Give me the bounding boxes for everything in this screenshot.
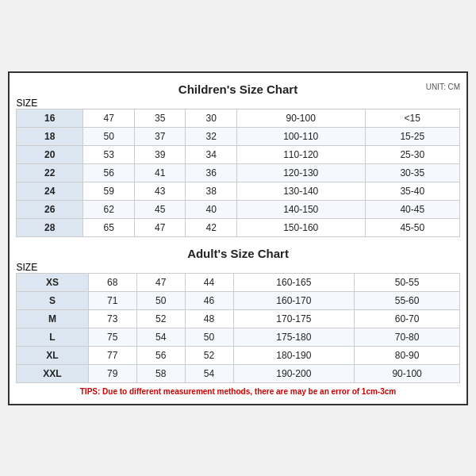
adult-size-cell: XXL [17,364,89,382]
children-data-cell: 110-120 [236,145,365,163]
adult-data-cell: 52 [136,309,185,328]
adult-size-cell: S [17,291,89,309]
adult-data-cell: 52 [185,346,233,364]
children-data-cell: 65 [83,218,134,236]
adult-section-title: Adult's Size Chart [16,244,460,262]
children-data-cell: 45 [134,200,185,218]
adult-data-cell: 55-60 [355,291,460,309]
adult-table-row: XXL795854190-20090-100 [17,364,460,382]
children-data-cell: 150-160 [236,218,365,236]
adult-data-cell: 54 [185,364,233,382]
children-data-cell: 37 [134,127,185,145]
adult-data-cell: 56 [136,346,185,364]
adult-data-cell: 160-165 [233,273,355,291]
adult-data-cell: 71 [88,291,136,309]
children-data-cell: 25-30 [365,145,459,163]
adult-data-cell: 73 [88,309,136,328]
adult-table-row: S715046160-17055-60 [17,291,460,309]
children-size-cell: 28 [17,218,83,236]
children-data-cell: 34 [186,145,236,163]
adult-data-cell: 50 [185,328,233,346]
adult-data-cell: 54 [136,328,185,346]
children-table-row: 24594338130-14035-40 [17,182,460,200]
adult-data-cell: 180-190 [233,346,355,364]
adult-table-row: XS684744160-16550-55 [17,273,460,291]
children-table-row: 22564136120-13030-35 [17,163,460,182]
adult-title-text: Adult's Size Chart [187,247,289,260]
adult-table-row: L755450175-18070-80 [17,328,460,346]
children-data-cell: 43 [134,182,185,200]
adult-data-cell: 50 [136,291,185,309]
children-data-cell: 53 [83,145,134,163]
adult-data-cell: 90-100 [355,364,460,382]
children-table-row: 18503732100-11015-25 [17,127,460,145]
children-data-cell: 30-35 [365,163,459,182]
children-data-cell: <15 [365,109,459,127]
adult-data-cell: 46 [185,291,233,309]
children-data-cell: 40-45 [365,200,459,218]
children-data-cell: 42 [186,218,236,236]
children-size-cell: 26 [17,200,83,218]
children-data-cell: 38 [186,182,236,200]
adult-size-cell: XS [17,273,89,291]
children-table-row: 1647353090-100<15 [17,109,460,127]
children-data-cell: 45-50 [365,218,459,236]
children-size-cell: 22 [17,163,83,182]
adult-size-cell: M [17,309,89,328]
children-data-cell: 59 [83,182,134,200]
adult-data-cell: 58 [136,364,185,382]
tips-text: TIPS: Due to different measurement metho… [16,383,460,397]
children-size-cell: 16 [17,109,83,127]
children-data-cell: 100-110 [236,127,365,145]
children-table-row: 26624540140-15040-45 [17,200,460,218]
children-data-cell: 15-25 [365,127,459,145]
adult-size-cell: XL [17,346,89,364]
children-data-cell: 35 [134,109,185,127]
adult-table-row: M735248170-17560-70 [17,309,460,328]
children-data-cell: 47 [134,218,185,236]
children-data-cell: 130-140 [236,182,365,200]
children-title-text: Children's Size Chart [178,83,298,96]
children-size-cell: 18 [17,127,83,145]
adult-data-cell: 68 [88,273,136,291]
adult-data-cell: 77 [88,346,136,364]
children-data-cell: 90-100 [236,109,365,127]
children-data-cell: 41 [134,163,185,182]
adult-data-cell: 175-180 [233,328,355,346]
chart-container: Children's Size Chart UNIT: CM SIZE 1647… [8,71,468,405]
adult-table-row: XL775652180-19080-90 [17,346,460,364]
children-data-cell: 62 [83,200,134,218]
children-data-cell: 35-40 [365,182,459,200]
children-size-table: SIZE 1647353090-100<1518503732100-11015-… [16,98,460,237]
children-table-row: 20533934110-12025-30 [17,145,460,163]
children-data-cell: 36 [186,163,236,182]
adult-data-cell: 190-200 [233,364,355,382]
children-size-cell: 24 [17,182,83,200]
adult-size-cell: L [17,328,89,346]
children-data-cell: 30 [186,109,236,127]
children-header-row: SIZE [17,98,460,109]
adult-data-cell: 170-175 [233,309,355,328]
children-data-cell: 47 [83,109,134,127]
children-data-cell: 50 [83,127,134,145]
adult-data-cell: 80-90 [355,346,460,364]
children-data-cell: 140-150 [236,200,365,218]
adult-data-cell: 44 [185,273,233,291]
children-data-cell: 120-130 [236,163,365,182]
children-data-cell: 56 [83,163,134,182]
adult-data-cell: 47 [136,273,185,291]
children-data-cell: 32 [186,127,236,145]
children-data-cell: 39 [134,145,185,163]
children-size-cell: 20 [17,145,83,163]
adult-header-row: SIZE [17,262,460,274]
adult-size-table: SIZE XS684744160-16550-55S715046160-1705… [16,262,460,383]
adult-data-cell: 70-80 [355,328,460,346]
adult-data-cell: 75 [88,328,136,346]
children-table-row: 28654742150-16045-50 [17,218,460,236]
tips-label: TIPS: [80,387,101,396]
adult-data-cell: 60-70 [355,309,460,328]
adult-data-cell: 79 [88,364,136,382]
adult-data-cell: 50-55 [355,273,460,291]
adult-data-cell: 160-170 [233,291,355,309]
children-section-title: Children's Size Chart UNIT: CM [16,79,460,98]
